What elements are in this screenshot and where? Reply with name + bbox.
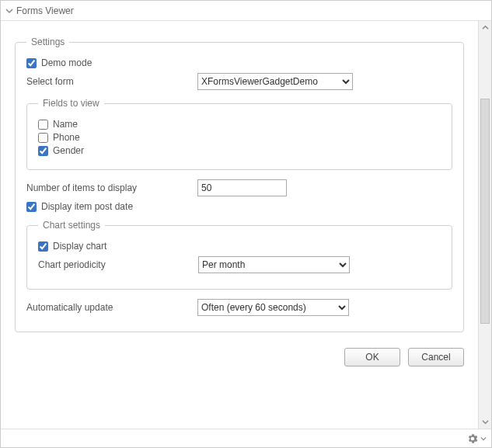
field-label-phone: Phone (53, 132, 80, 143)
field-row-gender: Gender (38, 145, 441, 156)
chevron-down-icon (5, 7, 13, 15)
field-checkbox-name[interactable] (38, 120, 48, 130)
settings-fieldset: Settings Demo mode Select form XFormsVie… (15, 36, 464, 332)
settings-legend: Settings (26, 36, 69, 47)
field-label-name: Name (53, 119, 78, 130)
fields-to-view-fieldset: Fields to view Name Phone Gender (26, 98, 452, 170)
titlebar[interactable]: Forms Viewer (1, 1, 491, 21)
ok-button[interactable]: OK (344, 348, 400, 366)
display-post-date-checkbox[interactable] (26, 202, 37, 212)
display-post-date-row: Display item post date (26, 201, 452, 212)
chart-periodicity-row: Chart periodicity Per month (38, 256, 441, 273)
scrollbar-thumb[interactable] (480, 99, 490, 324)
chart-settings-legend: Chart settings (38, 220, 105, 231)
auto-update-dropdown[interactable]: Often (every 60 seconds) (197, 299, 349, 316)
scroll-down-arrow-icon[interactable] (479, 415, 491, 429)
display-chart-label: Display chart (53, 241, 106, 252)
window: Forms Viewer Settings Demo mode Select f… (0, 0, 492, 448)
auto-update-row: Automatically update Often (every 60 sec… (26, 299, 452, 316)
field-label-gender: Gender (53, 145, 84, 156)
gear-chevron-icon[interactable] (480, 436, 487, 442)
chart-settings-fieldset: Chart settings Display chart Chart perio… (26, 220, 452, 290)
window-title: Forms Viewer (16, 5, 74, 16)
footer (1, 429, 491, 447)
chart-periodicity-label: Chart periodicity (38, 259, 198, 270)
display-chart-checkbox[interactable] (38, 241, 48, 252)
demo-mode-checkbox[interactable] (26, 58, 37, 68)
field-checkbox-phone[interactable] (38, 133, 48, 143)
auto-update-label: Automatically update (26, 302, 197, 313)
field-row-name: Name (38, 119, 441, 130)
chart-periodicity-dropdown[interactable]: Per month (198, 256, 350, 273)
content: Settings Demo mode Select form XFormsVie… (1, 21, 478, 429)
num-items-input[interactable] (197, 179, 287, 196)
demo-mode-label: Demo mode (41, 57, 92, 68)
demo-mode-row: Demo mode (26, 57, 452, 68)
gear-icon[interactable] (466, 432, 479, 445)
select-form-dropdown[interactable]: XFormsViewerGadgetDemo (197, 73, 353, 90)
num-items-label: Number of items to display (26, 182, 197, 193)
cancel-button[interactable]: Cancel (408, 348, 464, 366)
scroll-up-arrow-icon[interactable] (479, 21, 491, 34)
field-checkbox-gender[interactable] (38, 146, 48, 156)
display-chart-row: Display chart (38, 241, 441, 252)
vertical-scrollbar[interactable] (478, 21, 491, 429)
button-bar: OK Cancel (15, 348, 464, 366)
display-post-date-label: Display item post date (41, 201, 133, 212)
select-form-label: Select form (26, 76, 197, 87)
fields-to-view-legend: Fields to view (38, 98, 104, 109)
select-form-row: Select form XFormsViewerGadgetDemo (26, 73, 452, 90)
num-items-row: Number of items to display (26, 179, 452, 196)
field-row-phone: Phone (38, 132, 441, 143)
body: Settings Demo mode Select form XFormsVie… (1, 21, 491, 429)
